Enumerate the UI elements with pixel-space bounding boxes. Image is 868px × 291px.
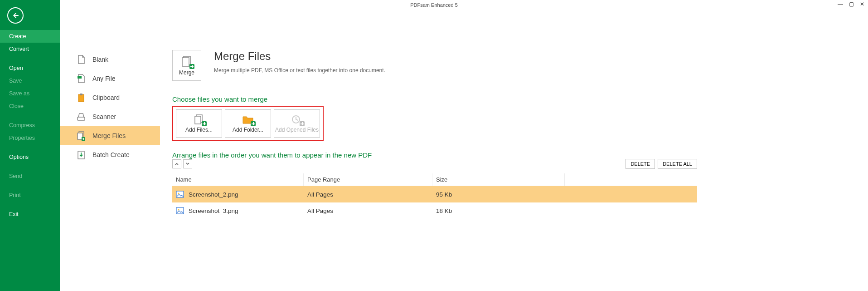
file-size: 95 Kb bbox=[432, 191, 565, 198]
file-page-range: All Pages bbox=[304, 207, 432, 214]
scanner-icon bbox=[76, 112, 86, 122]
file-name: Screenshot_2.png bbox=[189, 191, 238, 198]
clipboard-icon bbox=[76, 93, 86, 103]
any-file-icon bbox=[76, 74, 86, 84]
add-opened-files-button: Add Opened Files bbox=[274, 109, 320, 138]
sidebar-item-convert[interactable]: Convert bbox=[0, 43, 60, 55]
col-page-range[interactable]: Page Range bbox=[304, 173, 432, 186]
source-item-blank[interactable]: Blank bbox=[60, 50, 160, 69]
table-row[interactable]: Screenshot_3.pngAll Pages18 Kb bbox=[172, 202, 697, 219]
move-up-button[interactable] bbox=[172, 159, 181, 168]
merge-icon bbox=[180, 55, 193, 68]
back-button[interactable] bbox=[7, 7, 24, 24]
add-opened-files-icon bbox=[291, 114, 303, 125]
merge-subtitle: Merge multiple PDF, MS Office or text fi… bbox=[214, 67, 385, 74]
svg-point-16 bbox=[178, 209, 179, 211]
svg-rect-11 bbox=[195, 116, 201, 124]
choose-files-highlight-box: Add Files... Add Folder... Add Opened Fi… bbox=[172, 106, 324, 141]
svg-rect-13 bbox=[176, 191, 184, 197]
svg-point-14 bbox=[178, 193, 179, 194]
sidebar-item-open[interactable]: Open bbox=[0, 62, 60, 74]
svg-rect-1 bbox=[78, 94, 84, 102]
image-file-icon bbox=[176, 190, 184, 198]
add-files-icon bbox=[193, 114, 205, 125]
source-item-label: Scanner bbox=[92, 113, 116, 120]
sidebar-item-close: Close bbox=[0, 100, 60, 113]
svg-rect-2 bbox=[80, 94, 82, 95]
arrange-label: Arrange files in the order you want them… bbox=[172, 151, 868, 159]
delete-all-button[interactable]: DELETE ALL bbox=[658, 159, 697, 169]
move-down-button[interactable] bbox=[183, 159, 192, 168]
sidebar: CreateConvertOpenSaveSave asCloseCompres… bbox=[0, 0, 60, 291]
sidebar-item-save: Save bbox=[0, 74, 60, 87]
source-item-any-file[interactable]: Any File bbox=[60, 69, 160, 88]
source-item-label: Clipboard bbox=[92, 94, 120, 101]
file-page-range: All Pages bbox=[304, 191, 432, 198]
col-size[interactable]: Size bbox=[432, 173, 565, 186]
sidebar-item-compress: Compress bbox=[0, 119, 60, 132]
svg-rect-3 bbox=[78, 117, 85, 120]
image-file-icon bbox=[176, 207, 184, 215]
source-item-label: Batch Create bbox=[92, 151, 130, 158]
source-item-clipboard[interactable]: Clipboard bbox=[60, 88, 160, 107]
sidebar-item-create[interactable]: Create bbox=[0, 30, 60, 43]
source-item-label: Any File bbox=[92, 75, 116, 82]
app-root: PDFsam Enhanced 5 — ▢ ✕ CreateConvertOpe… bbox=[0, 0, 868, 291]
svg-rect-0 bbox=[78, 76, 82, 79]
add-folder-button[interactable]: Add Folder... bbox=[225, 109, 271, 138]
choose-files-label: Choose files you want to merge bbox=[172, 95, 868, 103]
arrow-left-icon bbox=[11, 11, 19, 20]
main-pane: Merge Merge Files Merge multiple PDF, MS… bbox=[160, 0, 868, 291]
add-folder-icon bbox=[242, 114, 254, 125]
sidebar-item-print: Print bbox=[0, 189, 60, 202]
svg-rect-9 bbox=[182, 58, 189, 66]
add-files-button[interactable]: Add Files... bbox=[176, 109, 222, 138]
source-item-label: Merge Files bbox=[92, 132, 126, 139]
blank-page-icon bbox=[76, 54, 86, 64]
col-spacer bbox=[565, 173, 697, 186]
file-table: Name Page Range Size Screenshot_2.pngAll… bbox=[172, 173, 697, 219]
table-header: Name Page Range Size bbox=[172, 173, 697, 186]
merge-tile-caption: Merge bbox=[179, 69, 194, 76]
merge-tile[interactable]: Merge bbox=[172, 50, 201, 81]
table-row[interactable]: Screenshot_2.pngAll Pages95 Kb bbox=[172, 186, 697, 202]
merge-icon bbox=[76, 131, 86, 141]
sidebar-item-exit[interactable]: Exit bbox=[0, 208, 60, 221]
chevron-down-icon bbox=[186, 162, 189, 166]
source-item-scanner[interactable]: Scanner bbox=[60, 107, 160, 126]
source-item-batch-create[interactable]: Batch Create bbox=[60, 145, 160, 164]
file-name: Screenshot_3.png bbox=[189, 207, 238, 214]
sidebar-item-save-as: Save as bbox=[0, 87, 60, 100]
chevron-up-icon bbox=[175, 162, 179, 166]
add-folder-label: Add Folder... bbox=[233, 127, 263, 133]
svg-rect-15 bbox=[176, 207, 184, 214]
col-name[interactable]: Name bbox=[172, 173, 304, 186]
source-item-merge-files[interactable]: Merge Files bbox=[60, 126, 160, 145]
sidebar-item-options[interactable]: Options bbox=[0, 151, 60, 163]
batch-icon bbox=[76, 150, 86, 160]
source-list-column: BlankAny FileClipboardScannerMerge Files… bbox=[60, 0, 160, 291]
sidebar-item-properties: Properties bbox=[0, 132, 60, 144]
add-opened-files-label: Add Opened Files bbox=[275, 127, 319, 133]
delete-button[interactable]: DELETE bbox=[626, 159, 655, 169]
merge-title: Merge Files bbox=[214, 50, 385, 63]
sidebar-item-send: Send bbox=[0, 170, 60, 182]
add-files-label: Add Files... bbox=[185, 127, 213, 133]
file-size: 18 Kb bbox=[432, 207, 565, 214]
source-item-label: Blank bbox=[92, 56, 108, 63]
